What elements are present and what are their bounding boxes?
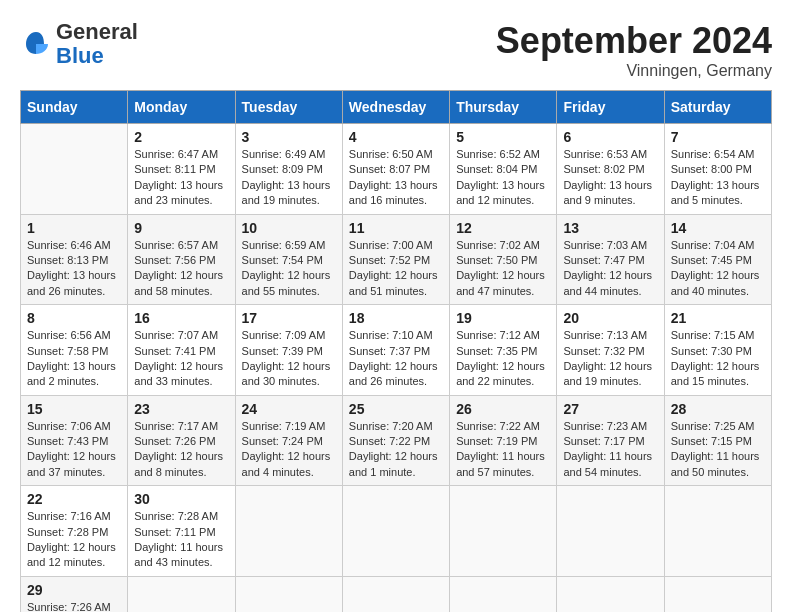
col-monday: Monday xyxy=(128,91,235,124)
cell-details: Sunrise: 7:09 AM Sunset: 7:39 PM Dayligh… xyxy=(242,328,336,390)
day-number: 17 xyxy=(242,310,336,326)
cell-details: Sunrise: 6:49 AM Sunset: 8:09 PM Dayligh… xyxy=(242,147,336,209)
calendar-cell: 8Sunrise: 6:56 AM Sunset: 7:58 PM Daylig… xyxy=(21,305,128,396)
calendar-cell: 6Sunrise: 6:53 AM Sunset: 8:02 PM Daylig… xyxy=(557,124,664,215)
calendar-cell: 7Sunrise: 6:54 AM Sunset: 8:00 PM Daylig… xyxy=(664,124,771,215)
calendar-cell: 3Sunrise: 6:49 AM Sunset: 8:09 PM Daylig… xyxy=(235,124,342,215)
day-number: 15 xyxy=(27,401,121,417)
day-number: 4 xyxy=(349,129,443,145)
day-number: 5 xyxy=(456,129,550,145)
day-number: 11 xyxy=(349,220,443,236)
calendar-cell: 17Sunrise: 7:09 AM Sunset: 7:39 PM Dayli… xyxy=(235,305,342,396)
calendar-cell: 5Sunrise: 6:52 AM Sunset: 8:04 PM Daylig… xyxy=(450,124,557,215)
day-number: 10 xyxy=(242,220,336,236)
calendar-week-5: 29Sunrise: 7:26 AM Sunset: 7:13 PM Dayli… xyxy=(21,576,772,612)
cell-details: Sunrise: 6:56 AM Sunset: 7:58 PM Dayligh… xyxy=(27,328,121,390)
day-number: 7 xyxy=(671,129,765,145)
logo-text: General Blue xyxy=(56,20,138,68)
cell-details: Sunrise: 7:19 AM Sunset: 7:24 PM Dayligh… xyxy=(242,419,336,481)
calendar-cell xyxy=(664,576,771,612)
day-number: 9 xyxy=(134,220,228,236)
cell-details: Sunrise: 7:07 AM Sunset: 7:41 PM Dayligh… xyxy=(134,328,228,390)
cell-details: Sunrise: 7:17 AM Sunset: 7:26 PM Dayligh… xyxy=(134,419,228,481)
cell-details: Sunrise: 7:20 AM Sunset: 7:22 PM Dayligh… xyxy=(349,419,443,481)
calendar-week-4: 22Sunrise: 7:16 AM Sunset: 7:28 PM Dayli… xyxy=(21,486,772,577)
page-header: General Blue September 2024 Vinningen, G… xyxy=(20,20,772,80)
calendar-cell: 29Sunrise: 7:26 AM Sunset: 7:13 PM Dayli… xyxy=(21,576,128,612)
col-friday: Friday xyxy=(557,91,664,124)
day-number: 21 xyxy=(671,310,765,326)
day-number: 27 xyxy=(563,401,657,417)
calendar-week-3: 15Sunrise: 7:06 AM Sunset: 7:43 PM Dayli… xyxy=(21,395,772,486)
calendar-cell: 30Sunrise: 7:28 AM Sunset: 7:11 PM Dayli… xyxy=(128,486,235,577)
day-number: 18 xyxy=(349,310,443,326)
day-number: 28 xyxy=(671,401,765,417)
calendar-cell xyxy=(450,576,557,612)
day-number: 2 xyxy=(134,129,228,145)
cell-details: Sunrise: 7:00 AM Sunset: 7:52 PM Dayligh… xyxy=(349,238,443,300)
day-number: 1 xyxy=(27,220,121,236)
cell-details: Sunrise: 7:28 AM Sunset: 7:11 PM Dayligh… xyxy=(134,509,228,571)
cell-details: Sunrise: 6:46 AM Sunset: 8:13 PM Dayligh… xyxy=(27,238,121,300)
cell-details: Sunrise: 7:10 AM Sunset: 7:37 PM Dayligh… xyxy=(349,328,443,390)
col-sunday: Sunday xyxy=(21,91,128,124)
cell-details: Sunrise: 7:16 AM Sunset: 7:28 PM Dayligh… xyxy=(27,509,121,571)
cell-details: Sunrise: 6:59 AM Sunset: 7:54 PM Dayligh… xyxy=(242,238,336,300)
calendar-cell xyxy=(557,486,664,577)
cell-details: Sunrise: 7:23 AM Sunset: 7:17 PM Dayligh… xyxy=(563,419,657,481)
calendar-week-0: 2Sunrise: 6:47 AM Sunset: 8:11 PM Daylig… xyxy=(21,124,772,215)
calendar-cell: 18Sunrise: 7:10 AM Sunset: 7:37 PM Dayli… xyxy=(342,305,449,396)
month-title: September 2024 xyxy=(496,20,772,62)
calendar-cell: 20Sunrise: 7:13 AM Sunset: 7:32 PM Dayli… xyxy=(557,305,664,396)
cell-details: Sunrise: 6:52 AM Sunset: 8:04 PM Dayligh… xyxy=(456,147,550,209)
calendar-cell xyxy=(235,486,342,577)
calendar-cell: 10Sunrise: 6:59 AM Sunset: 7:54 PM Dayli… xyxy=(235,214,342,305)
calendar-cell xyxy=(342,576,449,612)
cell-details: Sunrise: 7:04 AM Sunset: 7:45 PM Dayligh… xyxy=(671,238,765,300)
day-number: 30 xyxy=(134,491,228,507)
calendar-table: Sunday Monday Tuesday Wednesday Thursday… xyxy=(20,90,772,612)
calendar-cell: 2Sunrise: 6:47 AM Sunset: 8:11 PM Daylig… xyxy=(128,124,235,215)
calendar-cell: 24Sunrise: 7:19 AM Sunset: 7:24 PM Dayli… xyxy=(235,395,342,486)
day-number: 23 xyxy=(134,401,228,417)
day-number: 26 xyxy=(456,401,550,417)
calendar-cell: 19Sunrise: 7:12 AM Sunset: 7:35 PM Dayli… xyxy=(450,305,557,396)
day-number: 3 xyxy=(242,129,336,145)
calendar-cell: 4Sunrise: 6:50 AM Sunset: 8:07 PM Daylig… xyxy=(342,124,449,215)
col-tuesday: Tuesday xyxy=(235,91,342,124)
day-number: 14 xyxy=(671,220,765,236)
logo-blue: Blue xyxy=(56,43,104,68)
cell-details: Sunrise: 7:25 AM Sunset: 7:15 PM Dayligh… xyxy=(671,419,765,481)
day-number: 8 xyxy=(27,310,121,326)
location-title: Vinningen, Germany xyxy=(496,62,772,80)
cell-details: Sunrise: 6:53 AM Sunset: 8:02 PM Dayligh… xyxy=(563,147,657,209)
cell-details: Sunrise: 6:54 AM Sunset: 8:00 PM Dayligh… xyxy=(671,147,765,209)
cell-details: Sunrise: 6:57 AM Sunset: 7:56 PM Dayligh… xyxy=(134,238,228,300)
calendar-cell: 11Sunrise: 7:00 AM Sunset: 7:52 PM Dayli… xyxy=(342,214,449,305)
cell-details: Sunrise: 7:02 AM Sunset: 7:50 PM Dayligh… xyxy=(456,238,550,300)
calendar-cell: 22Sunrise: 7:16 AM Sunset: 7:28 PM Dayli… xyxy=(21,486,128,577)
day-number: 6 xyxy=(563,129,657,145)
day-number: 13 xyxy=(563,220,657,236)
cell-details: Sunrise: 7:22 AM Sunset: 7:19 PM Dayligh… xyxy=(456,419,550,481)
cell-details: Sunrise: 6:47 AM Sunset: 8:11 PM Dayligh… xyxy=(134,147,228,209)
header-row: Sunday Monday Tuesday Wednesday Thursday… xyxy=(21,91,772,124)
logo-general: General xyxy=(56,19,138,44)
calendar-cell: 13Sunrise: 7:03 AM Sunset: 7:47 PM Dayli… xyxy=(557,214,664,305)
calendar-cell: 12Sunrise: 7:02 AM Sunset: 7:50 PM Dayli… xyxy=(450,214,557,305)
calendar-cell: 9Sunrise: 6:57 AM Sunset: 7:56 PM Daylig… xyxy=(128,214,235,305)
day-number: 16 xyxy=(134,310,228,326)
calendar-cell xyxy=(21,124,128,215)
calendar-cell xyxy=(664,486,771,577)
title-block: September 2024 Vinningen, Germany xyxy=(496,20,772,80)
calendar-cell: 23Sunrise: 7:17 AM Sunset: 7:26 PM Dayli… xyxy=(128,395,235,486)
day-number: 24 xyxy=(242,401,336,417)
calendar-cell: 21Sunrise: 7:15 AM Sunset: 7:30 PM Dayli… xyxy=(664,305,771,396)
logo: General Blue xyxy=(20,20,138,68)
calendar-cell: 15Sunrise: 7:06 AM Sunset: 7:43 PM Dayli… xyxy=(21,395,128,486)
col-wednesday: Wednesday xyxy=(342,91,449,124)
calendar-cell: 1Sunrise: 6:46 AM Sunset: 8:13 PM Daylig… xyxy=(21,214,128,305)
calendar-cell xyxy=(557,576,664,612)
calendar-cell xyxy=(342,486,449,577)
cell-details: Sunrise: 7:12 AM Sunset: 7:35 PM Dayligh… xyxy=(456,328,550,390)
